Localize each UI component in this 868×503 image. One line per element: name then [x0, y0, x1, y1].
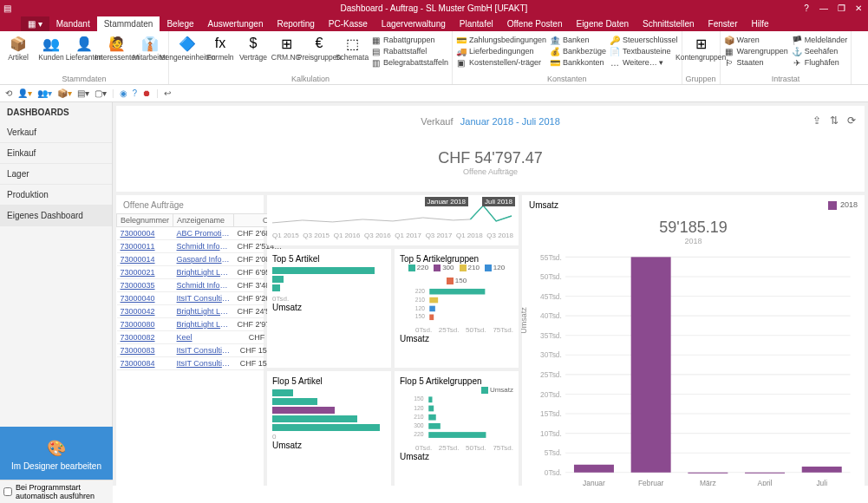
table-row[interactable]: 73000014Gaspard InformatiqueCHF 2'088… — [117, 253, 286, 266]
order-number-link[interactable]: 73000084 — [117, 357, 173, 370]
order-customer-link[interactable]: Schmidt Informatik — [173, 240, 234, 253]
ribbon-bankbezuege[interactable]: 💰Bankbezüge — [550, 46, 606, 56]
order-customer-link[interactable]: ABC Promotions GmbH — [173, 227, 234, 240]
maximize-icon[interactable]: ❐ — [835, 3, 847, 13]
order-customer-link[interactable]: Schmidt Informatik — [173, 279, 234, 292]
menu-mandant[interactable]: Mandant — [49, 16, 97, 31]
qat-box-icon[interactable]: 📦▾ — [57, 88, 72, 98]
file-menu-icon[interactable]: ▦ ▾ — [21, 16, 49, 31]
sidebar-item-lager[interactable]: Lager — [0, 164, 112, 185]
table-row[interactable]: 73000040ItsIT Consulting AGCHF 9'266… — [117, 292, 286, 305]
ribbon-rabattgruppen[interactable]: ▦Rabattgruppen — [370, 35, 448, 45]
ribbon-interessenten[interactable]: 🙋Interessenten — [102, 33, 132, 62]
refresh-icon[interactable]: ⟳ — [847, 114, 856, 127]
order-customer-link[interactable]: BrightLight Leuchtreklam… — [173, 318, 234, 331]
ribbon-waren[interactable]: 📦Waren — [724, 35, 788, 45]
ribbon-lieferbedingungen[interactable]: 🚚Lieferbedingungen — [456, 46, 546, 56]
help-icon[interactable]: ? — [800, 3, 813, 13]
ribbon-steuerschluessel[interactable]: 🔑Steuerschlüssel — [610, 35, 678, 45]
ribbon-meldelaender[interactable]: 🏴Meldeländer — [792, 35, 848, 45]
ribbon-flughaefen[interactable]: ✈Flughäfen — [792, 57, 848, 68]
menu-belege[interactable]: Belege — [160, 16, 200, 31]
ribbon-textbausteine[interactable]: 📄Textbausteine — [610, 46, 678, 56]
menu-eigene daten[interactable]: Eigene Daten — [569, 16, 636, 31]
ribbon-kontengruppen[interactable]: ⊞Kontengruppen — [686, 33, 715, 62]
qat-sphere-icon[interactable]: ◉ — [120, 88, 127, 98]
qat-user-icon[interactable]: 👤▾ — [17, 88, 32, 98]
ribbon-zahlungsbedingungen[interactable]: 💳Zahlungsbedingungen — [456, 35, 546, 45]
qat-record-icon[interactable]: ⏺ — [142, 88, 151, 98]
sidebar-item-produktion[interactable]: Produktion — [0, 185, 112, 206]
minimize-icon[interactable]: — — [818, 3, 830, 13]
order-customer-link[interactable]: Keel — [173, 331, 234, 344]
export-icon[interactable]: ⇪ — [813, 114, 821, 127]
table-row[interactable]: 73000011Schmidt InformatikCHF 2'514… — [117, 240, 286, 253]
order-number-link[interactable]: 73000042 — [117, 305, 173, 318]
orders-col[interactable]: Belegnummer — [117, 214, 173, 227]
order-number-link[interactable]: 73000011 — [117, 240, 173, 253]
sidebar-item-verkauf[interactable]: Verkauf — [0, 122, 112, 143]
sidebar-item-eigenes-dashboard[interactable]: Eigenes Dashboard — [0, 206, 112, 226]
period-link[interactable]: Januar 2018 - Juli 2018 — [460, 116, 560, 127]
ribbon-rabattstaffel[interactable]: ▤Rabattstaffel — [370, 46, 448, 56]
ribbon-schemata[interactable]: ⬚Schemata — [337, 33, 367, 62]
order-number-link[interactable]: 73000004 — [117, 227, 173, 240]
ribbon-formeln[interactable]: fxFormeln — [206, 33, 235, 62]
qat-question-icon[interactable]: ? — [133, 88, 138, 98]
ribbon-warengruppen[interactable]: ▦Warengruppen — [724, 46, 788, 56]
menu-reporting[interactable]: Reporting — [270, 16, 321, 31]
sidebar-item-einkauf[interactable]: Einkauf — [0, 143, 112, 164]
table-row[interactable]: 73000004ABC Promotions GmbHCHF 2'688… — [117, 227, 286, 240]
menu-offene posten[interactable]: Offene Posten — [500, 16, 570, 31]
ribbon-belegrabattstaffeln[interactable]: ▥Belegrabattstaffeln — [370, 57, 448, 68]
menu-stammdaten[interactable]: Stammdaten — [97, 16, 160, 31]
order-customer-link[interactable]: ItsIT Consulting AG — [173, 292, 234, 305]
autostart-input[interactable] — [3, 487, 12, 496]
ribbon-vertraege[interactable]: $Verträge — [238, 33, 268, 62]
qat-group-icon[interactable]: 👥▾ — [37, 88, 52, 98]
menu-auswertungen[interactable]: Auswertungen — [201, 16, 271, 31]
table-row[interactable]: 73000042BrightLight Leuchtreklam…CHF 24'… — [117, 305, 286, 318]
menu-schnittstellen[interactable]: Schnittstellen — [636, 16, 701, 31]
order-number-link[interactable]: 73000082 — [117, 331, 173, 344]
menu-pc-kasse[interactable]: PC-Kasse — [322, 16, 375, 31]
menu-lagerverwaltung[interactable]: Lagerverwaltung — [375, 16, 453, 31]
settings-icon[interactable]: ⇅ — [830, 114, 839, 127]
order-customer-link[interactable]: Gaspard Informatique — [173, 253, 234, 266]
order-customer-link[interactable]: BrightLight Leuchtreklam… — [173, 266, 234, 279]
table-row[interactable]: 73000084ItsIT Consulting AGCHF 150.00 — [117, 357, 286, 370]
ribbon-kunden[interactable]: 👥Kunden — [36, 33, 66, 62]
ribbon-seehaefen[interactable]: ⚓Seehäfen — [792, 46, 848, 56]
table-row[interactable]: 73000021BrightLight Leuchtreklam…CHF 6'9… — [117, 266, 286, 279]
order-number-link[interactable]: 73000021 — [117, 266, 173, 279]
order-customer-link[interactable]: BrightLight Leuchtreklam… — [173, 305, 234, 318]
menu-hilfe[interactable]: Hilfe — [744, 16, 775, 31]
ribbon-preisgruppen[interactable]: €Preisgruppen — [304, 33, 334, 62]
ribbon-mengeneinheiten[interactable]: 🔷Mengeneinheiten — [173, 33, 202, 62]
close-icon[interactable]: ✕ — [852, 3, 865, 13]
designer-button[interactable]: 🎨 Im Designer bearbeiten — [0, 427, 113, 480]
order-customer-link[interactable]: ItsIT Consulting AG — [173, 344, 234, 357]
sparkline-panel[interactable]: Januar 2018 Juli 2018 Q1 2015Q3 2015Q1 2… — [267, 195, 519, 245]
order-number-link[interactable]: 73000083 — [117, 344, 173, 357]
ribbon-bankkonten[interactable]: 💳Bankkonten — [550, 57, 606, 68]
ribbon-kostenstellen[interactable]: ▣Kostenstellen/-träger — [456, 57, 546, 68]
qat-refresh-icon[interactable]: ⟲ — [5, 88, 12, 98]
menu-plantafel[interactable]: Plantafel — [453, 16, 500, 31]
table-row[interactable]: 73000083ItsIT Consulting AGCHF 150.00 — [117, 344, 286, 357]
table-row[interactable]: 73000035Schmidt InformatikCHF 3'488… — [117, 279, 286, 292]
order-customer-link[interactable]: ItsIT Consulting AG — [173, 357, 234, 370]
menu-fenster[interactable]: Fenster — [702, 16, 745, 31]
table-row[interactable]: 73000082KeelCHF 0.00 — [117, 331, 286, 344]
ribbon-weitere[interactable]: …Weitere… ▾ — [610, 57, 678, 68]
qat-doc-icon[interactable]: ▤▾ — [77, 88, 89, 98]
ribbon-staaten[interactable]: 🏳Staaten — [724, 57, 788, 68]
ribbon-artikel[interactable]: 📦Artikel — [3, 33, 33, 62]
qat-page-icon[interactable]: ▢▾ — [95, 88, 107, 98]
order-number-link[interactable]: 73000014 — [117, 253, 173, 266]
ribbon-banken[interactable]: 🏦Banken — [550, 35, 606, 45]
order-number-link[interactable]: 73000035 — [117, 279, 173, 292]
autostart-checkbox[interactable]: Bei Programmstart automatisch ausführen — [0, 480, 113, 503]
table-row[interactable]: 73000080BrightLight Leuchtreklam…CHF 2'9… — [117, 318, 286, 331]
orders-col[interactable]: Anzeigename — [173, 214, 234, 227]
